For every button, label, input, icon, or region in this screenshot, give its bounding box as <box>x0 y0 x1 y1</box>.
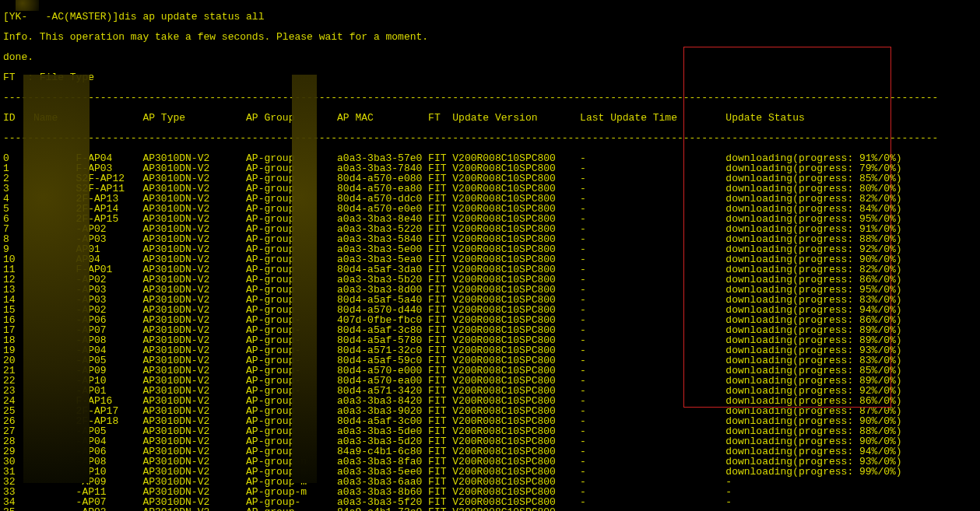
divider: ----------------------------------------… <box>3 133 977 143</box>
redaction-blob <box>16 0 39 11</box>
ft-legend: FT : File Type <box>3 72 977 82</box>
table-row: 35 -AP02 AP3010DN-V2 AP-group 84a9-c4b1-… <box>3 507 977 511</box>
cmd-line: [YK- -AC(MASTER)]dis ap update status al… <box>3 12 977 22</box>
table-header: ID Name AP Type AP Group AP MAC FT Updat… <box>3 113 977 123</box>
terminal-output[interactable]: [YK- -AC(MASTER)]dis ap update status al… <box>0 0 980 511</box>
info-line: Info. This operation may take a few seco… <box>3 32 977 42</box>
divider: ----------------------------------------… <box>3 93 977 103</box>
done-line: done. <box>3 52 977 62</box>
